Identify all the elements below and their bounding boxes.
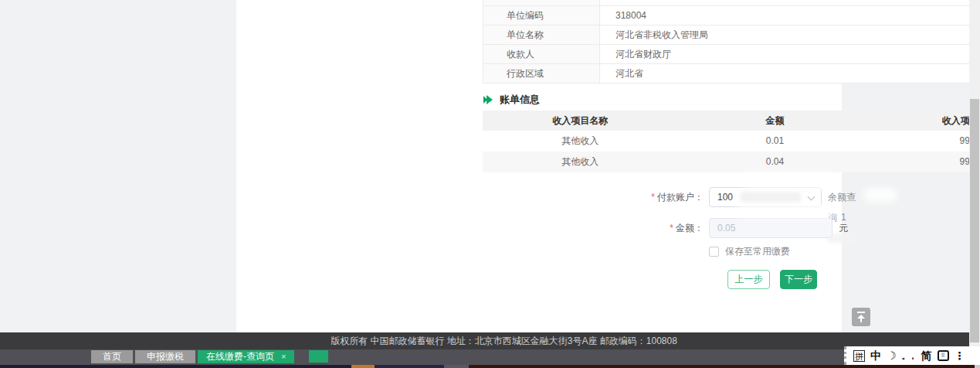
- previous-step-button[interactable]: 上一步: [727, 270, 770, 289]
- ime-keyboard-icon[interactable]: ⠿: [938, 350, 949, 361]
- column-header: 收入项目编号: [873, 111, 980, 131]
- bill-item-code: 9999: [873, 152, 980, 172]
- content-panel: 单位编码 318004 单位名称 河北省非税收入管理局 收款人 河北省财政厅 行…: [236, 0, 842, 332]
- desktop-strip: [0, 365, 980, 368]
- info-label-cell: 单位编码: [483, 6, 600, 25]
- amount-input[interactable]: 0.05: [709, 218, 832, 238]
- green-fragment: [309, 350, 328, 363]
- table-row: 单位编码 318004: [483, 6, 980, 26]
- tab-declare-tax[interactable]: 申报缴税: [135, 350, 195, 363]
- privacy-blur: [863, 188, 897, 202]
- chevron-down-icon: [808, 193, 816, 201]
- bill-items-table: 收入项目名称 金额 收入项目编号 其他收入 0.01 9999 其他收入 0.0…: [483, 111, 980, 172]
- info-label-cell: 单位名称: [483, 26, 600, 44]
- close-icon[interactable]: ×: [281, 352, 286, 361]
- bill-table-header: 收入项目名称 金额 收入项目编号: [483, 111, 980, 131]
- bill-item-amount: 0.04: [677, 152, 872, 172]
- bill-item-name: 其他收入: [483, 131, 677, 152]
- amount-label: *金额：: [588, 218, 704, 238]
- table-row: 其他收入 0.04 9999: [483, 152, 980, 172]
- info-value-cell: 318004: [600, 6, 980, 25]
- scrollbar-thumb[interactable]: [970, 99, 979, 342]
- ime-toolbar: 拼 中 ☽ 。， 简 ⠿ ⋮: [844, 346, 980, 365]
- table-row-partial: [483, 0, 980, 6]
- table-row: 单位名称 河北省非税收入管理局: [483, 26, 980, 45]
- ime-pinyin-icon[interactable]: 拼: [853, 350, 865, 362]
- save-common-payment-option[interactable]: 保存至常用缴费: [709, 245, 790, 258]
- scrollbar-track[interactable]: [969, 0, 980, 365]
- info-label-cell: 收款人: [483, 45, 600, 63]
- ime-chinese-mode-icon[interactable]: 中: [870, 350, 881, 362]
- back-to-top-icon: [857, 312, 865, 313]
- info-label-cell: 行政区域: [483, 64, 600, 83]
- back-to-top-button[interactable]: [852, 308, 870, 326]
- info-value-cell: 河北省非税收入管理局: [600, 26, 980, 44]
- strip-segment: [444, 365, 469, 368]
- checkbox-label: 保存至常用缴费: [725, 245, 790, 258]
- page-tabbar: 首页 申报缴税 在线缴费-查询页×: [0, 349, 969, 365]
- amount-unit: 元: [839, 218, 848, 238]
- table-row: 行政区域 河北省: [483, 64, 980, 83]
- balance-query-link[interactable]: 余额查询1: [828, 187, 857, 207]
- ime-punctuation-icon[interactable]: 。，: [902, 350, 916, 362]
- info-value-cell: [600, 0, 980, 5]
- copyright-footer: 版权所有 中国邮政储蓄银行 地址：北京市西城区金融大街3号A座 邮政编码：100…: [0, 332, 969, 349]
- strip-segment: [469, 365, 975, 368]
- agency-info-table: 单位编码 318004 单位名称 河北省非税收入管理局 收款人 河北省财政厅 行…: [483, 0, 980, 83]
- account-number-text: 100: [717, 192, 733, 203]
- bill-item-amount: 0.01: [677, 131, 872, 152]
- info-value-cell: 河北省财政厅: [600, 45, 980, 63]
- bill-item-code: 9999: [873, 131, 980, 152]
- payment-account-label: *付款账户：: [588, 187, 704, 207]
- info-label-cell: [483, 0, 600, 5]
- next-step-button[interactable]: 下一步: [780, 270, 817, 289]
- checkbox-icon[interactable]: [709, 247, 719, 257]
- section-title-text: 账单信息: [500, 93, 540, 107]
- ime-simplified-icon[interactable]: 简: [921, 350, 932, 362]
- payment-account-select[interactable]: 100: [709, 187, 822, 207]
- tab-online-payment-query[interactable]: 在线缴费-查询页×: [198, 350, 294, 363]
- table-row: 收款人 河北省财政厅: [483, 45, 980, 64]
- tab-list: 首页 申报缴税 在线缴费-查询页×: [91, 350, 294, 363]
- strip-segment: [351, 365, 375, 368]
- required-mark: *: [670, 223, 673, 233]
- strip-segment: [975, 365, 980, 368]
- tab-label: 在线缴费-查询页: [206, 351, 274, 362]
- ime-more-icon[interactable]: ⋮: [955, 350, 965, 362]
- tab-home[interactable]: 首页: [91, 350, 133, 363]
- section-arrow-icon: [483, 95, 493, 104]
- privacy-blur: [742, 172, 833, 189]
- table-row: 其他收入 0.01 9999: [483, 131, 980, 152]
- bill-section-title: 账单信息: [483, 93, 540, 107]
- bill-item-name: 其他收入: [483, 152, 677, 172]
- strip-segment: [375, 365, 444, 368]
- info-value-cell: 河北省: [600, 64, 980, 83]
- ime-width-mode-icon[interactable]: ☽: [887, 350, 897, 362]
- column-header: 金额: [677, 111, 872, 131]
- required-mark: *: [651, 192, 655, 203]
- column-header: 收入项目名称: [483, 111, 677, 131]
- account-redaction: [741, 192, 801, 203]
